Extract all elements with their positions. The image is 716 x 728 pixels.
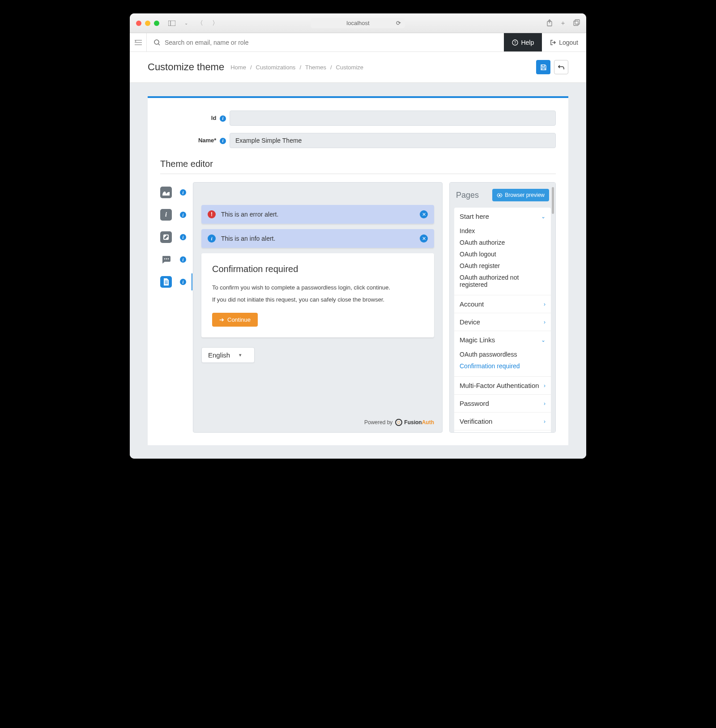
tabs-icon[interactable] — [573, 19, 580, 27]
reload-icon[interactable]: ⟳ — [396, 20, 401, 26]
page-group-header[interactable]: Multi-Factor Authentication› — [454, 377, 551, 394]
sidebar-toggle-icon[interactable] — [168, 21, 175, 26]
info-icon[interactable]: i — [180, 189, 186, 196]
info-icon[interactable]: i — [220, 115, 226, 122]
info-tab-icon: i — [160, 209, 172, 221]
save-icon — [540, 64, 547, 71]
page-group-label: Password — [460, 400, 489, 407]
tab-edit[interactable]: i — [160, 231, 186, 243]
logout-icon — [550, 39, 556, 46]
pages-icon — [160, 276, 172, 288]
breadcrumb-link[interactable]: Themes — [305, 64, 326, 71]
chevron-right-icon: › — [544, 400, 546, 407]
id-input[interactable] — [230, 111, 556, 126]
logout-button[interactable]: Logout — [542, 33, 586, 51]
page-group-label: Magic Links — [460, 336, 495, 344]
page-group-header[interactable]: Start here⌄ — [454, 208, 551, 225]
search-icon[interactable] — [154, 39, 160, 46]
pages-list: Start here⌄IndexOAuth authorizeOAuth log… — [454, 208, 551, 433]
address-bar[interactable]: localhost ⟳ — [311, 18, 405, 28]
close-icon[interactable]: ✕ — [420, 210, 428, 218]
traffic-lights — [136, 21, 159, 26]
continue-button[interactable]: ➔ Continue — [212, 313, 258, 327]
info-icon[interactable]: i — [180, 212, 186, 218]
scrollbar-thumb[interactable] — [552, 187, 554, 214]
close-icon[interactable]: ✕ — [420, 234, 428, 243]
svg-point-14 — [166, 258, 167, 259]
page-group-header[interactable]: Other› — [454, 430, 551, 433]
language-select[interactable]: English ▾ — [201, 347, 255, 363]
info-icon[interactable]: i — [180, 279, 186, 285]
content-area: Id i Name* i Theme editor i i i — [130, 83, 586, 459]
svg-line-9 — [158, 44, 160, 45]
forward-icon[interactable]: 〉 — [212, 19, 218, 27]
chevron-down-icon: ⌄ — [541, 213, 546, 220]
info-icon[interactable]: i — [220, 138, 226, 144]
tab-pages[interactable]: i — [160, 276, 186, 288]
page-item[interactable]: OAuth authorized not registered — [460, 272, 546, 290]
page-title: Customize theme — [148, 61, 224, 73]
page-item[interactable]: OAuth logout — [460, 248, 546, 260]
page-group-label: Device — [460, 318, 480, 326]
breadcrumb: Home/Customizations/Themes/Customize — [230, 64, 363, 71]
page-group-header[interactable]: Verification› — [454, 413, 551, 430]
toolbar-right: ＋ — [546, 19, 580, 27]
help-button[interactable]: ? Help — [504, 33, 542, 51]
menu-toggle-icon[interactable] — [130, 33, 147, 51]
chevron-right-icon: › — [544, 301, 546, 307]
breadcrumb-link[interactable]: Customizations — [256, 64, 296, 71]
back-button[interactable] — [554, 60, 568, 74]
titlebar: ⌄ 〈 〉 localhost ⟳ ＋ — [130, 13, 586, 33]
header-actions — [536, 60, 568, 74]
page-group: Account› — [454, 295, 551, 313]
plus-icon[interactable]: ＋ — [560, 19, 566, 27]
page-group: Magic Links⌄OAuth passwordlessConfirmati… — [454, 331, 551, 377]
page-group-header[interactable]: Account› — [454, 295, 551, 313]
close-window-icon[interactable] — [136, 21, 141, 26]
info-icon[interactable]: i — [180, 256, 186, 263]
help-label: Help — [521, 39, 534, 46]
undo-icon — [558, 64, 564, 70]
info-text: This is an info alert. — [221, 235, 275, 242]
chevron-down-icon[interactable]: ⌄ — [184, 21, 188, 26]
page-group: Other› — [454, 430, 551, 433]
tab-messages[interactable]: i — [160, 254, 186, 265]
toolbar-nav: ⌄ 〈 〉 — [168, 19, 218, 27]
page-item[interactable]: Index — [460, 225, 546, 237]
pages-column: Pages Browser preview Start here⌄IndexOA… — [449, 182, 556, 433]
page-group-header[interactable]: Password› — [454, 395, 551, 412]
svg-point-15 — [168, 258, 169, 259]
language-value: English — [208, 351, 230, 359]
powered-by: Powered by FusionAuth — [364, 419, 434, 426]
error-icon: ! — [208, 210, 216, 218]
page-item[interactable]: OAuth register — [460, 260, 546, 272]
tab-images[interactable]: i — [160, 187, 186, 198]
app-topbar: ? Help Logout — [130, 33, 586, 52]
scrollbar-track — [552, 187, 554, 428]
page-header: Customize theme Home/Customizations/Them… — [130, 52, 586, 83]
minimize-window-icon[interactable] — [145, 21, 150, 26]
breadcrumb-link[interactable]: Home — [230, 64, 246, 71]
svg-text:?: ? — [514, 40, 516, 45]
save-button[interactable] — [536, 60, 550, 74]
tab-info[interactable]: i i — [160, 209, 186, 221]
browser-preview-button[interactable]: Browser preview — [492, 189, 549, 201]
chevron-right-icon: › — [544, 418, 546, 425]
search-input[interactable] — [165, 39, 299, 46]
editor-tabs: i i i i i i — [160, 182, 186, 433]
maximize-window-icon[interactable] — [154, 21, 159, 26]
info-icon[interactable]: i — [180, 234, 186, 240]
share-icon[interactable] — [546, 19, 553, 27]
page-group: Device› — [454, 313, 551, 331]
chevron-down-icon: ▾ — [239, 352, 242, 358]
page-item[interactable]: OAuth passwordless — [460, 349, 546, 360]
svg-point-19 — [499, 194, 501, 196]
page-item[interactable]: Confirmation required — [460, 360, 546, 372]
page-item[interactable]: OAuth authorize — [460, 237, 546, 248]
page-group-header[interactable]: Device› — [454, 313, 551, 331]
back-icon[interactable]: 〈 — [197, 19, 203, 27]
breadcrumb-link[interactable]: Customize — [336, 64, 363, 71]
chevron-right-icon: › — [544, 319, 546, 325]
page-group-header[interactable]: Magic Links⌄ — [454, 331, 551, 349]
name-input[interactable] — [230, 133, 556, 148]
